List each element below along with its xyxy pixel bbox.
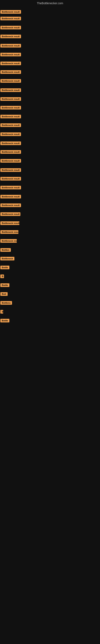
bottleneck-badge-16: Bottleneck result — [0, 142, 21, 145]
bottleneck-badge-18: Bottleneck result — [0, 159, 21, 162]
bottleneck-badge-30: Bottle — [0, 266, 9, 269]
bottleneck-badge-27: Bottleneck result — [0, 239, 17, 243]
bottleneck-badge-1: Bottleneck result — [0, 10, 21, 14]
bottleneck-badge-33: Bott — [0, 292, 8, 296]
bottleneck-badge-15: Bottleneck result — [0, 132, 21, 136]
bottleneck-badge-32: Bottle — [0, 283, 9, 287]
bottleneck-badge-14: Bottleneck result — [0, 123, 21, 127]
bottleneck-badge-21: Bottleneck result — [0, 186, 21, 190]
bottleneck-badge-36: Bottle — [0, 319, 9, 322]
bottleneck-badge-2: Bottleneck result — [0, 17, 21, 20]
bottleneck-badge-23: Bottleneck result — [0, 204, 21, 207]
bottleneck-badge-24: Bottleneck result — [0, 212, 20, 216]
bottleneck-badge-5: Bottleneck result — [0, 44, 21, 48]
bottleneck-badge-10: Bottleneck result — [0, 88, 21, 92]
bottleneck-badge-29: Bottleneck — [0, 257, 14, 260]
bottleneck-badge-19: Bottleneck result — [0, 168, 21, 172]
bottleneck-badge-22: Bottleneck result — [0, 195, 21, 198]
bottleneck-badge-20: Bottleneck result — [0, 177, 21, 180]
bottleneck-badge-6: Bottleneck result — [0, 53, 21, 56]
bottleneck-badge-35: B — [0, 310, 3, 314]
bottleneck-badge-28: Bottlen — [0, 248, 11, 252]
badges-container: Bottleneck resultBottleneck resultBottle… — [0, 6, 100, 644]
page-wrapper: TheBottlenecker.com Bottleneck resultBot… — [0, 0, 100, 644]
bottleneck-badge-3: Bottleneck result — [0, 26, 21, 30]
bottleneck-badge-13: Bottleneck result — [0, 115, 21, 118]
bottleneck-badge-12: Bottleneck result — [0, 106, 21, 110]
bottleneck-badge-31: B — [0, 274, 4, 278]
bottleneck-badge-25: Bottleneck result — [0, 222, 19, 225]
bottleneck-badge-9: Bottleneck result — [0, 79, 21, 83]
site-title: TheBottlenecker.com — [0, 0, 100, 6]
bottleneck-badge-7: Bottleneck result — [0, 62, 21, 65]
bottleneck-badge-26: Bottleneck result — [0, 230, 18, 234]
bottleneck-badge-11: Bottleneck result — [0, 97, 21, 101]
bottleneck-badge-34: Bottlens — [0, 301, 12, 305]
bottleneck-badge-4: Bottleneck result — [0, 34, 21, 38]
bottleneck-badge-17: Bottleneck result — [0, 150, 21, 154]
bottleneck-badge-8: Bottleneck result — [0, 70, 21, 74]
